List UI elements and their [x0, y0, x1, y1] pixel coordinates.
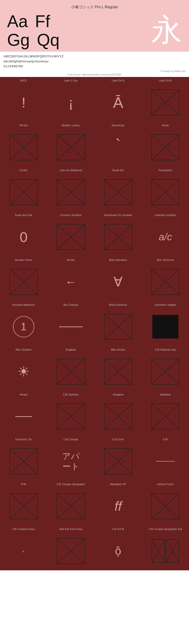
copyright: © Design by fontke.com [0, 70, 189, 73]
cell-hiragana: Hiragana [95, 391, 142, 436]
label-geomshapes: Geometric Shapes [155, 304, 176, 306]
label-diacriticals: Diacriticals [112, 124, 124, 127]
char-fraction: a/c [159, 231, 172, 243]
content-enclosedalpha: 1 [7, 308, 40, 346]
char-arrow: ← [65, 275, 77, 289]
label-dingbats: Dingbats [66, 348, 76, 351]
cell-cjksymbols: CJK Symbols [47, 391, 95, 436]
xbox-sm-left [152, 539, 165, 563]
cell-dingbats: Dingbats [47, 346, 95, 391]
cell-miscsymbols: Misc Symbols ☀ [0, 346, 47, 391]
cell-latinextb: Latin Ext B [142, 77, 189, 122]
content-modletters [54, 128, 87, 167]
label-katakana: Katakana [160, 393, 171, 396]
xbox-cjkradicalssup [151, 358, 179, 384]
xbox-cjkcompatideographs [57, 493, 85, 519]
xbox-punctuation [151, 179, 179, 205]
cell-arrows: Arrows ← [47, 256, 95, 301]
cell-katakana: Katakana [142, 391, 189, 436]
label-greekext: Greek Ext [112, 169, 124, 172]
label-boxdrawing: Box Drawing [64, 304, 78, 306]
alphabet-section: ABCDEFGHIJKLMNOPQRSTUVWXYZ abcdefghijklm… [0, 52, 189, 69]
char-zero: 0 [20, 229, 27, 245]
label-diacforsymbols: Diacriticals For Symbols [104, 214, 132, 216]
font-source: Font Source: http://www.fontke.com/font/… [0, 73, 189, 77]
alphabet-lower: abcdefghijklmnopqrstuvwxyz [4, 59, 185, 64]
char-grave: ` [115, 136, 121, 154]
label-miscsymbols: Misc Symbols [16, 348, 32, 351]
cell-halfandfullforms: Half And Full Forms [47, 526, 95, 570]
font-preview: Aa Ff Gg Qq 永 [7, 12, 182, 49]
content-enclosedcjk [7, 442, 40, 481]
cell-enclosedcjk: Enclosed CJK [0, 436, 47, 481]
cell-kangxi: Kangxi [0, 391, 47, 436]
cell-latinextadd: Latin Ext Additional [47, 167, 95, 212]
xbox-enclosedcjk [10, 448, 38, 474]
cell-mathops: Math Operators ∀ [95, 256, 142, 301]
content-diacriticals: ` [102, 128, 135, 167]
cell-cjkexta: CJK Ext A [95, 436, 142, 481]
content-letterlike: a/c [149, 218, 182, 256]
xbox-modletters [57, 134, 85, 160]
header-section: 小塚ゴシック Pro L Regular Aa Ff Gg Qq 永 [0, 0, 189, 52]
content-cjkradicalssup [149, 352, 182, 391]
cell-boxdrawing: Box Drawing [47, 301, 95, 346]
label-numberforms: Number Forms [15, 259, 32, 261]
xbox-miscarrows [104, 358, 132, 384]
cell-enclosedalpha: Enclosed Alphanum 1 [0, 301, 47, 346]
label-cjkcompatideographs: CJK Compat Ideographs [57, 483, 85, 486]
xbox-cjkexta [104, 448, 132, 474]
label-modletters: Modifier Letters [62, 124, 80, 127]
label-letterlike: Letterlike Symbols [155, 214, 176, 216]
content-numberforms [7, 263, 40, 301]
char-ff: ff [115, 498, 122, 514]
char-Amacron: Ā [113, 94, 123, 112]
label-cyrillic: Cyrillic [20, 169, 27, 172]
circled-one: 1 [13, 316, 34, 337]
label-latin1sup: Latin 1 Sup [64, 79, 78, 82]
label-cjkcompat: CJK Compat [64, 438, 78, 441]
content-misctechnical [149, 263, 182, 301]
cell-greekext: Greek Ext [95, 167, 142, 212]
content-cjkcompatideographssup [149, 532, 182, 570]
content-cyrillic [7, 173, 40, 212]
box-line [59, 326, 83, 327]
content-hiragana [102, 397, 135, 436]
content-katakana [149, 397, 182, 436]
xbox-diacforsymbols [104, 224, 132, 250]
content-miscarrows [102, 352, 135, 391]
content-miscsymbols: ☀ [7, 352, 40, 391]
content-boxdrawing [54, 308, 87, 346]
xbox-cjksymbols [57, 404, 85, 430]
label-currency: Currency Symbols [60, 214, 82, 216]
char-ostroke: ộ [115, 545, 121, 557]
alphabet-upper: ABCDEFGHIJKLMNOPQRSTUVWXYZ [4, 54, 185, 59]
cell-diacforsymbols: Diacriticals For Symbols [95, 212, 142, 256]
label-alphabeticpf: Alphabetic PF [110, 483, 126, 486]
content-currency [54, 218, 87, 256]
char-Aa: Aa [7, 12, 28, 31]
label-pua: PUA [21, 483, 26, 486]
xbox-blockelements [104, 314, 132, 340]
cell-letterlike: Letterlike Symbols a/c [142, 212, 189, 256]
latin-row-2: Gg Qq [7, 31, 142, 49]
xbox-greekext [104, 179, 132, 205]
cell-cjk: CJK [142, 436, 189, 481]
char-forall: ∀ [114, 274, 123, 290]
cell-cjkcompatideographssup: CJK Compat Ideographs Sup [142, 526, 189, 570]
kangxi-dash [15, 416, 32, 417]
content-latinextb [149, 83, 182, 122]
xbox-currency [57, 224, 85, 250]
content-latinextadd [54, 173, 87, 212]
label-mathops: Math Operators [109, 259, 127, 261]
char-grid: ASCII ! Latin 1 Sup ¡ Latin Ext A Ā Lati… [0, 77, 189, 570]
label-cjk: CJK [163, 438, 168, 441]
content-ipaext [7, 128, 40, 167]
cell-diacriticals: Diacriticals ` [95, 122, 142, 167]
label-miscarrows: Misc Arrows [111, 348, 125, 351]
content-alphabeticpf: ff [102, 487, 135, 526]
content-arrows: ← [54, 263, 87, 301]
char-exclaim: ! [22, 94, 26, 111]
cell-numberforms: Number Forms [0, 256, 47, 301]
cell-latinexta: Latin Ext A Ā [95, 77, 142, 122]
